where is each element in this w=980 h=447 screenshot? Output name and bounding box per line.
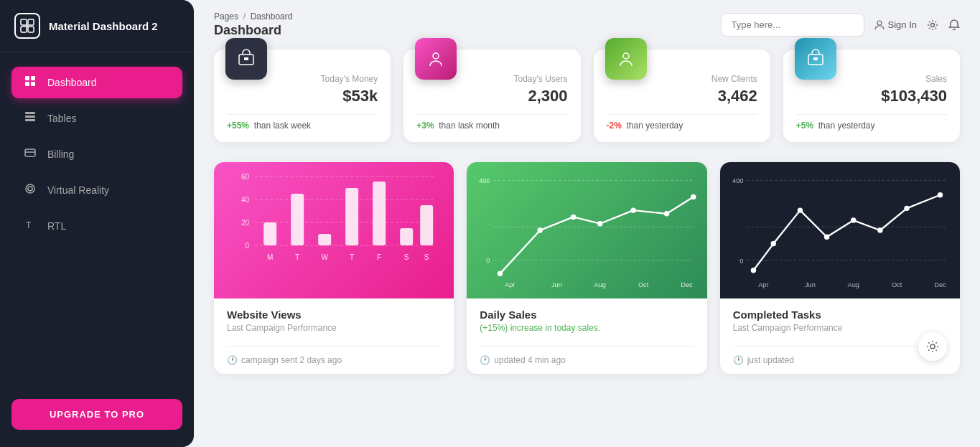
- chart-area-website-views: 60 40 20 0: [214, 162, 454, 298]
- svg-text:Dec: Dec: [681, 281, 694, 288]
- svg-rect-10: [25, 116, 35, 118]
- sidebar: Material Dashboard 2 Dashboard Tables Bi…: [0, 0, 194, 447]
- chart-footer-website-views: 🕐 campaign sent 2 days ago: [214, 352, 454, 374]
- header-right: Sign In: [721, 13, 960, 37]
- sign-in-button[interactable]: Sign In: [874, 19, 917, 30]
- sidebar-item-vr[interactable]: Virtual Reality: [11, 174, 182, 206]
- svg-text:0: 0: [739, 258, 743, 265]
- svg-rect-12: [25, 149, 35, 156]
- tables-icon: [23, 111, 37, 126]
- svg-point-14: [26, 184, 34, 193]
- stat-change-users: +3% than lask month: [416, 121, 567, 131]
- breadcrumb-current: Dashboard: [251, 11, 293, 22]
- svg-text:Aug: Aug: [847, 281, 859, 288]
- svg-text:M: M: [267, 253, 273, 261]
- svg-rect-33: [263, 222, 276, 245]
- svg-point-75: [904, 206, 909, 211]
- chart-card-daily-sales: 400 0 Apr Jun Aug Oct: [467, 162, 706, 374]
- billing-icon: [23, 147, 37, 161]
- breadcrumb-base: Pages: [214, 11, 238, 22]
- sidebar-item-rtl-label: RTL: [47, 220, 66, 232]
- svg-text:Aug: Aug: [594, 281, 607, 288]
- svg-text:Oct: Oct: [892, 281, 902, 288]
- svg-point-82: [930, 344, 935, 349]
- users-icon-wrapper: [415, 38, 457, 80]
- chart-footer-daily-sales: 🕐 updated 4 min ago: [467, 352, 706, 374]
- stat-value-users: 2,300: [416, 87, 567, 105]
- sidebar-item-tables[interactable]: Tables: [11, 103, 182, 134]
- stat-card-sales: Sales $103,430 +5% than yesterday: [783, 50, 960, 142]
- notifications-icon-button[interactable]: [948, 19, 960, 31]
- charts-row: 60 40 20 0: [194, 142, 980, 381]
- sidebar-item-tables-label: Tables: [47, 113, 76, 124]
- stat-change-money: +55% than lask week: [227, 121, 378, 131]
- sign-in-label: Sign In: [888, 19, 917, 30]
- svg-point-21: [433, 53, 439, 59]
- clients-icon-wrapper: [605, 38, 647, 80]
- stat-change-text-money: than lask week: [254, 121, 311, 131]
- chart-footer-text-completed-tasks: just updated: [747, 355, 794, 365]
- svg-text:S: S: [404, 253, 409, 261]
- sales-icon-wrapper: [795, 38, 836, 80]
- stat-change-negative-clients: -2%: [607, 121, 622, 131]
- upgrade-button[interactable]: UPGRADE TO PRO: [11, 399, 182, 430]
- chart-area-daily-sales: 400 0 Apr Jun Aug Oct: [467, 162, 706, 298]
- svg-text:Apr: Apr: [505, 281, 515, 288]
- sidebar-brand: Material Dashboard 2: [0, 0, 194, 52]
- svg-rect-7: [25, 82, 29, 86]
- svg-text:60: 60: [241, 173, 250, 181]
- svg-text:Jun: Jun: [805, 281, 816, 288]
- settings-icon-button[interactable]: [927, 19, 938, 31]
- chart-info-daily-sales: Daily Sales (+15%) increase in today sal…: [467, 298, 706, 340]
- page-title: Dashboard: [214, 23, 292, 38]
- sidebar-item-dashboard[interactable]: Dashboard: [11, 67, 182, 98]
- svg-text:40: 40: [241, 196, 250, 204]
- svg-point-54: [571, 215, 576, 220]
- sidebar-nav: Dashboard Tables Billing Virtual Reality…: [0, 52, 194, 387]
- svg-rect-20: [244, 57, 248, 60]
- main-content: Pages / Dashboard Dashboard Sign In: [194, 0, 980, 447]
- svg-text:T: T: [350, 253, 354, 261]
- search-input[interactable]: [721, 13, 864, 37]
- sidebar-item-rtl[interactable]: T RTL: [11, 210, 182, 242]
- svg-point-4: [27, 25, 29, 27]
- breadcrumb-path: Pages / Dashboard: [214, 11, 292, 22]
- svg-rect-34: [291, 194, 304, 245]
- svg-point-57: [664, 211, 669, 216]
- svg-rect-6: [31, 76, 35, 80]
- line-chart-tasks-svg: 400 0 Apr Jun Aug: [720, 162, 960, 298]
- brand-icon: [14, 13, 40, 39]
- chart-card-website-views: 60 40 20 0: [214, 162, 454, 374]
- chart-title-completed-tasks: Completed Tasks: [733, 309, 947, 321]
- svg-text:W: W: [321, 253, 328, 261]
- stat-card-money: Today's Money $53k +55% than lask week: [214, 50, 391, 142]
- stat-change-positive-money: +55%: [227, 121, 249, 131]
- svg-point-72: [824, 235, 829, 240]
- line-chart-sales-svg: 400 0 Apr Jun Aug Oct: [467, 162, 706, 298]
- chart-title-daily-sales: Daily Sales: [480, 309, 694, 321]
- money-icon-wrapper: [225, 38, 267, 80]
- svg-point-22: [623, 53, 629, 59]
- svg-text:T: T: [26, 220, 32, 230]
- chart-info-completed-tasks: Completed Tasks Last Campaign Performanc…: [720, 298, 960, 340]
- gear-float-button[interactable]: [918, 332, 947, 361]
- sidebar-item-dashboard-label: Dashboard: [47, 77, 97, 88]
- svg-rect-0: [21, 19, 27, 25]
- svg-point-52: [498, 271, 503, 276]
- breadcrumb: Pages / Dashboard Dashboard: [214, 11, 292, 38]
- stat-change-text-sales: than yesterday: [818, 121, 875, 131]
- chart-footer-text-website-views: campaign sent 2 days ago: [241, 355, 342, 365]
- chart-footer-text-daily-sales: updated 4 min ago: [494, 355, 565, 365]
- svg-text:400: 400: [479, 177, 490, 184]
- svg-rect-3: [28, 27, 34, 32]
- sidebar-item-billing[interactable]: Billing: [11, 138, 182, 170]
- stat-change-clients: -2% than yesterday: [607, 121, 757, 131]
- stat-card-clients: New Clients 3,462 -2% than yesterday: [594, 50, 770, 142]
- svg-point-18: [931, 23, 935, 27]
- chart-title-website-views: Website Views: [227, 309, 441, 321]
- header-actions: Sign In: [874, 19, 960, 31]
- bar-chart-svg: 60 40 20 0: [214, 162, 454, 298]
- sidebar-item-vr-label: Virtual Reality: [47, 184, 109, 196]
- svg-rect-39: [420, 205, 433, 245]
- svg-text:Dec: Dec: [934, 281, 946, 288]
